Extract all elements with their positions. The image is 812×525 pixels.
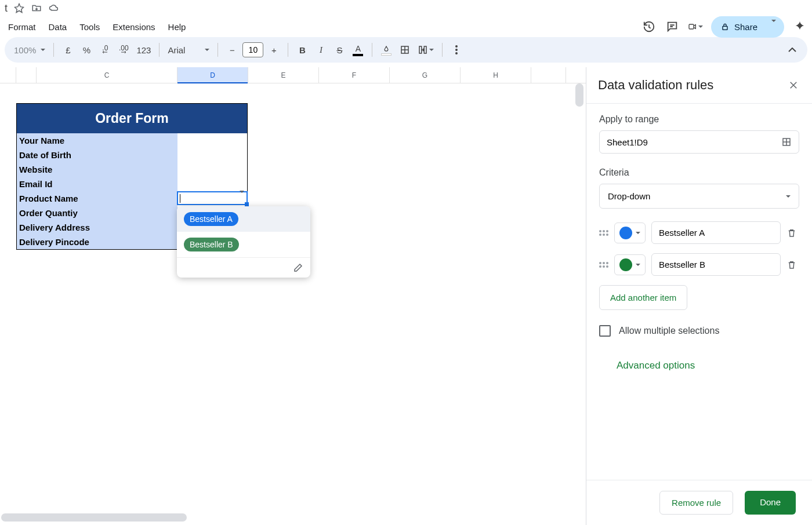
number-format-button[interactable]: 123 xyxy=(134,41,153,59)
percent-button[interactable]: % xyxy=(78,41,95,59)
form-value-cell[interactable] xyxy=(177,133,247,148)
column-header[interactable]: C xyxy=(37,67,177,83)
column-header[interactable] xyxy=(0,67,16,83)
dropdown-option[interactable]: Bestseller B xyxy=(177,232,310,257)
gemini-icon[interactable] xyxy=(792,19,807,34)
decrease-decimal-button[interactable]: .0 xyxy=(97,41,113,59)
delete-item-icon[interactable] xyxy=(786,228,799,238)
lock-icon xyxy=(720,22,730,31)
item-color-selector[interactable] xyxy=(614,254,646,275)
borders-button[interactable] xyxy=(397,41,413,59)
form-label-cell: Product Name xyxy=(17,191,177,206)
close-panel-button[interactable] xyxy=(786,78,800,92)
meet-icon[interactable] xyxy=(688,19,703,34)
range-input[interactable] xyxy=(599,130,799,154)
bold-button[interactable]: B xyxy=(294,41,310,59)
criteria-selector[interactable]: Drop-down xyxy=(599,184,799,209)
panel-title: Data validation rules xyxy=(598,78,713,93)
toolbar: 100% £ % .0 .00 123 Arial − 10 + B I S A xyxy=(5,37,807,63)
comments-icon[interactable] xyxy=(665,19,680,34)
chip: Bestseller A xyxy=(184,212,238,226)
form-label-cell: Delivery Pincode xyxy=(17,235,177,249)
italic-button[interactable]: I xyxy=(313,41,329,59)
item-value-input[interactable] xyxy=(651,221,781,244)
title-bar: t xyxy=(0,0,812,16)
form-value-cell[interactable] xyxy=(177,177,247,191)
menu-tools[interactable]: Tools xyxy=(74,19,106,35)
strikethrough-button[interactable]: S xyxy=(331,41,347,59)
increase-decimal-button[interactable]: .00 xyxy=(115,41,132,59)
cell-drag-handle[interactable] xyxy=(245,202,249,206)
form-label-cell: Delivery Address xyxy=(17,220,177,235)
column-headers: CDEFGH xyxy=(0,67,586,83)
item-value-input[interactable] xyxy=(651,253,781,276)
svg-point-3 xyxy=(455,45,458,48)
column-header[interactable] xyxy=(16,67,37,83)
decrease-font-button[interactable]: − xyxy=(224,41,240,59)
criteria-label: Criteria xyxy=(599,167,799,178)
menu-bar: Format Data Tools Extensions Help Share xyxy=(0,16,812,37)
zoom-selector[interactable]: 100% xyxy=(12,41,48,59)
horizontal-scrollbar[interactable] xyxy=(1,513,187,522)
item-color-selector[interactable] xyxy=(614,223,646,243)
delete-item-icon[interactable] xyxy=(786,260,799,270)
svg-rect-0 xyxy=(689,24,694,29)
validation-item-row xyxy=(599,221,799,244)
form-label-cell: Date of Birth xyxy=(17,148,177,162)
share-button[interactable]: Share xyxy=(711,16,784,38)
svg-point-4 xyxy=(455,49,458,51)
column-header[interactable]: H xyxy=(461,67,531,83)
currency-button[interactable]: £ xyxy=(60,41,76,59)
column-header[interactable]: F xyxy=(319,67,390,83)
menu-extensions[interactable]: Extensions xyxy=(107,19,161,35)
menu-data[interactable]: Data xyxy=(43,19,73,35)
font-selector[interactable]: Arial xyxy=(165,41,212,59)
column-header[interactable] xyxy=(531,67,566,83)
star-icon[interactable] xyxy=(13,2,25,14)
text-color-button[interactable]: A xyxy=(350,41,366,59)
add-item-button[interactable]: Add another item xyxy=(599,285,687,310)
remove-rule-button[interactable]: Remove rule xyxy=(659,491,733,515)
increase-font-button[interactable]: + xyxy=(266,41,282,59)
svg-rect-1 xyxy=(723,26,727,30)
merge-button[interactable] xyxy=(415,41,436,59)
column-header[interactable]: G xyxy=(390,67,461,83)
menu-format[interactable]: Format xyxy=(2,19,42,35)
edit-dropdown-icon[interactable] xyxy=(293,262,303,273)
history-icon[interactable] xyxy=(641,19,657,34)
form-value-cell[interactable] xyxy=(177,148,247,162)
form-label-cell: Email Id xyxy=(17,177,177,191)
drag-handle-icon[interactable] xyxy=(599,230,608,236)
share-dropdown[interactable] xyxy=(766,22,782,32)
allow-multiple-checkbox[interactable] xyxy=(599,325,611,337)
more-toolbar-button[interactable] xyxy=(448,41,465,59)
active-cell[interactable] xyxy=(177,191,248,205)
drag-handle-icon[interactable] xyxy=(599,262,608,268)
move-folder-icon[interactable] xyxy=(31,2,42,14)
column-header[interactable]: E xyxy=(248,67,319,83)
collapse-toolbar-button[interactable] xyxy=(784,41,800,59)
menu-help[interactable]: Help xyxy=(162,19,192,35)
chip: Bestseller B xyxy=(184,238,239,251)
spreadsheet-area[interactable]: CDEFGH Order Form Your NameDate of Birth… xyxy=(0,67,586,525)
form-title: Order Form xyxy=(17,104,247,133)
font-size-input[interactable]: 10 xyxy=(242,42,263,57)
select-range-icon[interactable] xyxy=(781,137,792,147)
done-button[interactable]: Done xyxy=(745,491,796,515)
form-label-cell: Your Name xyxy=(17,133,177,148)
vertical-scrollbar[interactable] xyxy=(575,83,583,107)
advanced-options-toggle[interactable]: Advanced options xyxy=(599,360,799,371)
column-header[interactable]: D xyxy=(177,67,248,83)
doc-title-fragment: t xyxy=(5,2,8,14)
data-validation-panel: Data validation rules Apply to range Cri… xyxy=(586,67,812,525)
fill-color-button[interactable] xyxy=(378,41,394,59)
form-value-cell[interactable] xyxy=(177,162,247,177)
cloud-status-icon[interactable] xyxy=(48,2,60,14)
cell-dropdown-icon[interactable] xyxy=(240,193,244,203)
dropdown-menu: Bestseller A Bestseller B xyxy=(177,206,310,278)
validation-item-row xyxy=(599,253,799,276)
range-field[interactable] xyxy=(607,137,781,147)
svg-point-5 xyxy=(455,52,458,54)
dropdown-option[interactable]: Bestseller A xyxy=(177,206,310,232)
allow-multiple-label: Allow multiple selections xyxy=(619,326,719,336)
